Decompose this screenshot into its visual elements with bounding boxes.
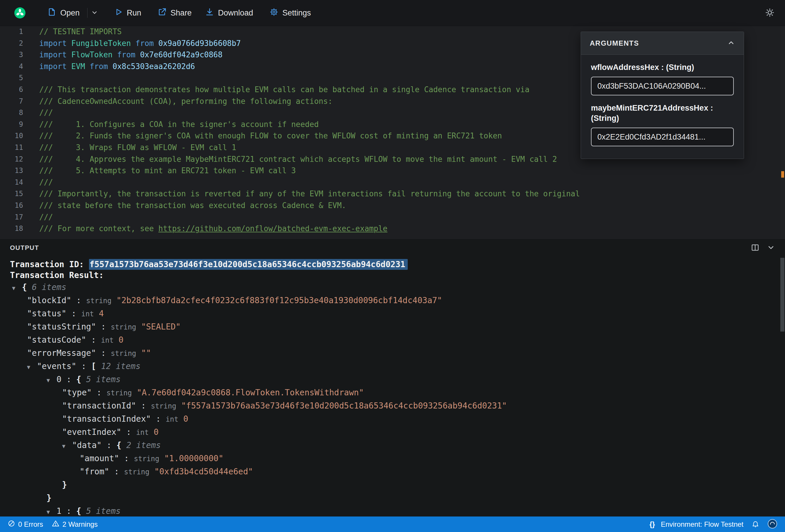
open-dropdown-button[interactable] bbox=[91, 9, 98, 17]
argument-label-wflow: wflowAddressHex : (String) bbox=[591, 62, 729, 73]
download-label: Download bbox=[218, 8, 253, 18]
error-icon bbox=[8, 520, 15, 529]
line-number: 11 bbox=[0, 142, 23, 154]
braces-icon: {} bbox=[650, 520, 655, 529]
notifications-button[interactable] bbox=[752, 520, 759, 529]
json-tree-row: ▼"data" : { 2 items bbox=[0, 439, 775, 452]
warning-icon bbox=[52, 520, 59, 529]
share-icon bbox=[158, 8, 167, 19]
collapse-arrow-icon[interactable]: ▼ bbox=[47, 374, 56, 387]
errors-indicator[interactable]: 0 Errors bbox=[8, 520, 43, 529]
sun-icon bbox=[765, 8, 775, 18]
json-tree-row: "transactionId" : string "f557a1573b76aa… bbox=[0, 399, 775, 412]
line-number: 4 bbox=[0, 61, 23, 73]
output-panel: OUTPUT Transaction ID: f557a1573b76aa53e… bbox=[0, 239, 785, 516]
status-bar: 0 Errors 2 Warnings {} Environment: Flow… bbox=[0, 516, 785, 532]
app: { "toolbar": { "open": "Open", "run": "R… bbox=[0, 0, 785, 532]
output-title: OUTPUT bbox=[10, 244, 39, 252]
split-panel-button[interactable] bbox=[751, 244, 759, 253]
json-tree-row: "blockId" : string "2b28cbfb87da2cfec4f0… bbox=[0, 294, 775, 307]
json-tree-row: "statusString" : string "SEALED" bbox=[0, 320, 775, 333]
json-tree-row: "type" : string "A.7e60df042a9c0868.Flow… bbox=[0, 386, 775, 399]
file-icon bbox=[47, 8, 56, 19]
json-tree-row: "transactionIndex" : int 0 bbox=[0, 412, 775, 426]
line-number: 12 bbox=[0, 154, 23, 165]
code-line[interactable]: 18/// For more context, see https://gith… bbox=[0, 223, 785, 235]
status-logo-icon bbox=[767, 519, 777, 530]
bell-icon bbox=[752, 520, 759, 529]
download-icon bbox=[205, 8, 214, 19]
arguments-title: ARGUMENTS bbox=[590, 39, 639, 47]
json-tree-row: "eventIndex" : int 0 bbox=[0, 426, 775, 439]
argument-input-wflow[interactable] bbox=[591, 77, 734, 95]
open-button[interactable]: Open bbox=[47, 8, 80, 19]
settings-label: Settings bbox=[282, 8, 311, 18]
line-number: 1 bbox=[0, 26, 23, 38]
line-number: 7 bbox=[0, 96, 23, 107]
collapse-arrow-icon[interactable]: ▼ bbox=[12, 281, 22, 295]
json-tree-row: } bbox=[0, 491, 775, 505]
line-number: 16 bbox=[0, 200, 23, 211]
transaction-id-line: Transaction ID: f557a1573b76aa53e73d46f3… bbox=[0, 259, 775, 270]
line-number: 17 bbox=[0, 211, 23, 223]
arguments-panel-body: wflowAddressHex : (String) maybeMintERC7… bbox=[581, 55, 744, 159]
code-line[interactable]: 15/// Importantly, the transaction is re… bbox=[0, 188, 785, 200]
output-body: Transaction ID: f557a1573b76aa53e73d46f3… bbox=[0, 256, 785, 518]
line-number: 8 bbox=[0, 107, 23, 119]
line-number: 6 bbox=[0, 84, 23, 96]
line-number: 14 bbox=[0, 177, 23, 188]
warnings-count: 2 Warnings bbox=[62, 520, 98, 529]
code-line[interactable]: 14/// bbox=[0, 177, 785, 188]
errors-count: 0 Errors bbox=[18, 520, 43, 529]
collapse-arrow-icon[interactable]: ▼ bbox=[62, 439, 72, 453]
code-line[interactable]: 13/// 5. Attempts to mint an ERC721 toke… bbox=[0, 165, 785, 177]
toolbar-divider bbox=[87, 8, 87, 18]
editor-scrollbar[interactable] bbox=[780, 26, 785, 239]
run-button[interactable]: Run bbox=[115, 8, 142, 18]
gear-icon bbox=[270, 8, 278, 19]
play-icon bbox=[115, 8, 123, 18]
open-label: Open bbox=[60, 8, 80, 18]
flow-logo[interactable] bbox=[14, 7, 26, 19]
line-number: 13 bbox=[0, 165, 23, 177]
code-line[interactable]: 17/// bbox=[0, 211, 785, 223]
share-button[interactable]: Share bbox=[158, 8, 192, 19]
code-line[interactable]: 16/// state before the transaction was e… bbox=[0, 200, 785, 211]
line-number: 5 bbox=[0, 72, 23, 84]
transaction-result-label: Transaction Result: bbox=[0, 270, 775, 281]
arguments-panel-header[interactable]: ARGUMENTS bbox=[581, 32, 744, 55]
environment-label: Environment: Flow Testnet bbox=[661, 520, 743, 529]
json-tree-row: ▼{ 6 items bbox=[0, 281, 775, 294]
split-panel-icon bbox=[751, 244, 759, 253]
chevron-down-icon bbox=[767, 244, 775, 253]
line-number: 15 bbox=[0, 188, 23, 200]
status-logo-button[interactable] bbox=[767, 519, 777, 530]
json-tree-row: ▼"events" : [ 12 items bbox=[0, 360, 775, 373]
toolbar: Open Run Share Download bbox=[0, 0, 785, 26]
arguments-panel: ARGUMENTS wflowAddressHex : (String) may… bbox=[581, 32, 744, 159]
chevron-up-icon[interactable] bbox=[727, 39, 735, 48]
output-scrollbar-thumb[interactable] bbox=[780, 258, 784, 332]
transaction-id-label: Transaction ID: bbox=[10, 259, 89, 269]
download-button[interactable]: Download bbox=[205, 8, 253, 19]
environment-indicator[interactable]: {} Environment: Flow Testnet bbox=[650, 520, 743, 529]
warnings-indicator[interactable]: 2 Warnings bbox=[52, 520, 98, 529]
json-tree-row: } bbox=[0, 478, 775, 491]
theme-toggle-button[interactable] bbox=[765, 8, 775, 18]
json-tree-row: "from" : string "0xfd3b4cd50d44e6ed" bbox=[0, 465, 775, 478]
line-number: 18 bbox=[0, 223, 23, 235]
argument-input-maybemint[interactable] bbox=[591, 128, 734, 146]
output-header: OUTPUT bbox=[0, 240, 785, 256]
chevron-down-icon bbox=[91, 9, 98, 17]
line-number: 9 bbox=[0, 119, 23, 130]
json-tree-row: "amount" : string "1.00000000" bbox=[0, 452, 775, 465]
json-tree-row: "statusCode" : int 0 bbox=[0, 333, 775, 347]
settings-button[interactable]: Settings bbox=[270, 8, 311, 19]
transaction-id-value: f557a1573b76aa53e73d46f3e10d200d5c18a653… bbox=[89, 259, 408, 270]
argument-label-maybemint: maybeMintERC721AddressHex : (String) bbox=[591, 103, 729, 124]
json-tree-row: "status" : int 4 bbox=[0, 307, 775, 320]
collapse-output-button[interactable] bbox=[767, 244, 775, 253]
line-number: 10 bbox=[0, 130, 23, 142]
share-label: Share bbox=[171, 8, 192, 18]
collapse-arrow-icon[interactable]: ▼ bbox=[27, 360, 37, 374]
